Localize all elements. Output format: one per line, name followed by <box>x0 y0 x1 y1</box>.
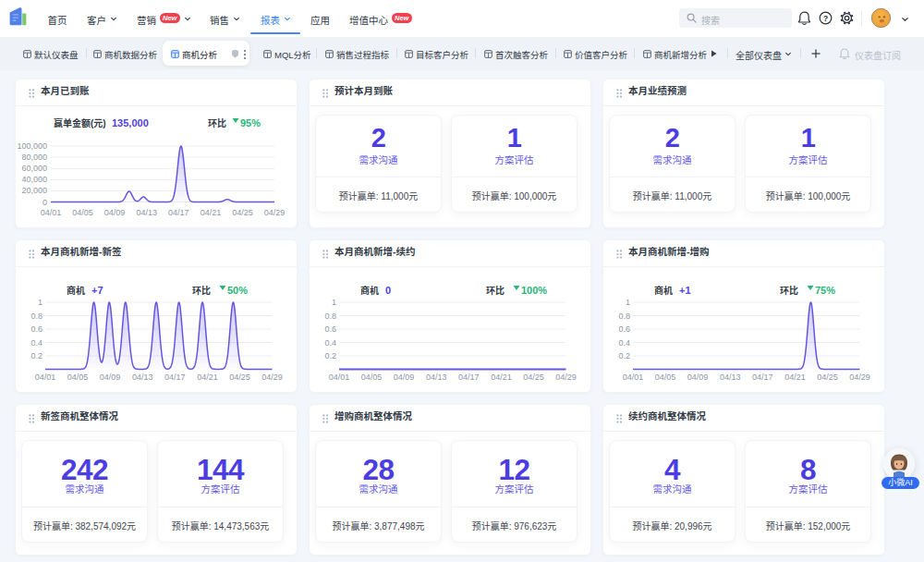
svg-text:04/09: 04/09 <box>104 208 126 217</box>
svg-text:80,000: 80,000 <box>21 153 47 162</box>
svg-text:100,000: 100,000 <box>17 141 47 151</box>
svg-text:04/25: 04/25 <box>229 373 250 382</box>
svg-text:0: 0 <box>43 198 47 207</box>
svg-text:04/09: 04/09 <box>394 373 415 382</box>
svg-text:0.8: 0.8 <box>30 312 43 321</box>
svg-text:1: 1 <box>38 298 43 307</box>
svg-text:04/17: 04/17 <box>168 208 189 217</box>
svg-text:04/01: 04/01 <box>41 208 62 217</box>
svg-text:04/05: 04/05 <box>72 208 93 217</box>
svg-text:04/29: 04/29 <box>261 373 283 382</box>
svg-text:1: 1 <box>332 298 336 307</box>
svg-text:0.8: 0.8 <box>618 312 630 321</box>
svg-text:0.6: 0.6 <box>324 324 336 334</box>
svg-text:04/13: 04/13 <box>132 373 153 382</box>
svg-text:04/09: 04/09 <box>100 373 121 382</box>
svg-text:04/05: 04/05 <box>655 373 676 382</box>
svg-text:0.6: 0.6 <box>618 324 630 334</box>
svg-text:0.4: 0.4 <box>30 338 43 348</box>
svg-text:0.2: 0.2 <box>30 351 43 360</box>
svg-text:04/29: 04/29 <box>264 208 286 217</box>
svg-text:04/01: 04/01 <box>623 373 644 382</box>
svg-text:40,000: 40,000 <box>21 175 47 184</box>
svg-text:0.6: 0.6 <box>30 324 43 334</box>
svg-text:04/29: 04/29 <box>555 373 577 382</box>
svg-text:04/21: 04/21 <box>784 373 806 382</box>
svg-text:04/17: 04/17 <box>458 373 480 382</box>
svg-text:04/29: 04/29 <box>849 373 870 382</box>
svg-text:04/25: 04/25 <box>232 208 253 217</box>
svg-text:0.8: 0.8 <box>324 312 336 321</box>
svg-text:04/25: 04/25 <box>523 373 544 382</box>
svg-text:?: ? <box>823 14 828 23</box>
svg-text:04/17: 04/17 <box>164 373 186 382</box>
svg-text:0.2: 0.2 <box>618 351 630 360</box>
svg-text:04/05: 04/05 <box>67 373 89 382</box>
svg-text:04/13: 04/13 <box>426 373 447 382</box>
svg-text:04/01: 04/01 <box>329 373 350 382</box>
svg-text:1: 1 <box>626 298 630 307</box>
svg-text:0.4: 0.4 <box>324 338 336 348</box>
svg-text:04/21: 04/21 <box>201 208 222 217</box>
svg-text:04/17: 04/17 <box>752 373 773 382</box>
svg-text:04/13: 04/13 <box>136 208 157 217</box>
svg-text:20,000: 20,000 <box>21 186 47 195</box>
svg-text:0.2: 0.2 <box>324 351 336 360</box>
svg-text:04/21: 04/21 <box>491 373 512 382</box>
svg-text:04/09: 04/09 <box>687 373 709 382</box>
svg-text:04/05: 04/05 <box>361 373 383 382</box>
svg-text:04/25: 04/25 <box>817 373 838 382</box>
svg-text:60,000: 60,000 <box>21 164 47 173</box>
svg-text:0.4: 0.4 <box>618 338 630 348</box>
svg-text:04/01: 04/01 <box>35 373 56 382</box>
svg-text:04/21: 04/21 <box>197 373 218 382</box>
svg-text:04/13: 04/13 <box>720 373 741 382</box>
